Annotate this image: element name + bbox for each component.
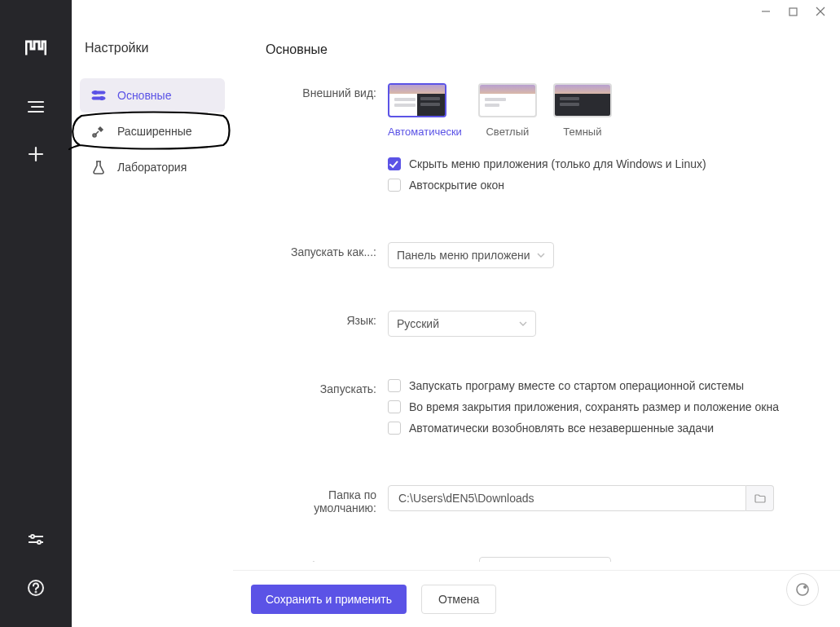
svg-point-12 [37, 541, 41, 544]
launch-as-label: Запускать как...: [266, 242, 388, 258]
content-area: Основные Внешний вид: Автоматически [233, 0, 840, 627]
startup-label: Запускать: [266, 379, 388, 395]
theme-auto[interactable]: Автоматически [388, 83, 462, 138]
target-icon [794, 581, 811, 598]
gearbox-label: коробка передач: [266, 557, 388, 562]
auto-resume-checkbox-row[interactable]: Автоматически возобновлять все незаверше… [388, 422, 820, 435]
run-on-boot-checkbox-row[interactable]: Запускать програму вместе со стартом опе… [388, 379, 820, 392]
save-window-checkbox-row[interactable]: Во время закрытия приложения, сохранять … [388, 400, 820, 413]
theme-auto-label: Автоматически [388, 126, 462, 138]
chevron-down-icon [519, 321, 527, 326]
language-value: Русский [397, 317, 439, 330]
launch-as-value: Панель меню приложени [397, 249, 530, 262]
svg-point-23 [797, 584, 808, 595]
page-title: Основные [266, 42, 820, 57]
checkbox-icon [388, 400, 401, 413]
app-logo [25, 39, 46, 60]
theme-light-thumb [478, 83, 537, 117]
checkbox-icon [388, 157, 401, 170]
maximize-button[interactable] [789, 6, 798, 19]
hide-menu-checkbox-row[interactable]: Скрыть меню приложения (только для Windo… [388, 157, 820, 170]
rail-help-button[interactable] [20, 572, 52, 604]
theme-dark-thumb [553, 83, 612, 117]
cancel-button[interactable]: Отмена [421, 585, 496, 614]
nav-item-label: Расширенные [117, 125, 192, 138]
settings-nav: Настройки Основные Расширенные [72, 0, 233, 627]
rail-menu-button[interactable] [20, 91, 52, 123]
theme-light[interactable]: Светлый [478, 83, 537, 138]
nav-item-lab[interactable]: Лаборатория [80, 150, 225, 184]
sliders-icon [91, 88, 106, 103]
checkbox-icon [388, 179, 401, 192]
rail-add-button[interactable] [20, 138, 52, 170]
nav-item-advanced[interactable]: Расширенные [80, 114, 225, 148]
svg-point-18 [94, 91, 97, 94]
launch-as-select[interactable]: Панель меню приложени [388, 242, 554, 268]
autohide-checkbox-row[interactable]: Автоскрытие окон [388, 179, 820, 192]
flask-icon [91, 160, 106, 174]
appearance-label: Внешний вид: [266, 83, 388, 99]
theme-light-label: Светлый [478, 126, 537, 138]
browse-folder-button[interactable] [746, 485, 774, 511]
checkbox-icon [388, 379, 401, 392]
language-select[interactable]: Русский [388, 311, 536, 337]
autohide-label: Автоскрытие окон [409, 179, 504, 192]
default-folder-input[interactable]: C:\Users\dEN5\Downloads [388, 485, 746, 511]
folder-icon [754, 493, 766, 503]
nav-item-general[interactable]: Основные [80, 78, 225, 113]
svg-rect-1 [789, 8, 797, 15]
window-controls [761, 0, 840, 24]
svg-point-24 [803, 585, 807, 589]
chevron-down-icon [537, 253, 545, 258]
minimize-button[interactable] [761, 6, 771, 19]
theme-dark-label: Темный [553, 126, 612, 138]
run-on-boot-label: Запускать програму вместе со стартом опе… [409, 379, 744, 392]
tools-icon [91, 124, 106, 139]
svg-point-16 [36, 592, 37, 593]
language-label: Язык: [266, 311, 388, 327]
footer: Сохранить и применить Отмена [233, 570, 840, 627]
close-button[interactable] [816, 6, 825, 19]
theme-dark[interactable]: Темный [553, 83, 612, 138]
nav-item-label: Лаборатория [117, 161, 187, 174]
checkbox-icon [388, 422, 401, 435]
default-folder-value: C:\Users\dEN5\Downloads [398, 492, 534, 505]
settings-title: Настройки [80, 41, 225, 78]
hide-menu-label: Скрыть меню приложения (только для Windo… [409, 157, 706, 170]
save-button[interactable]: Сохранить и применить [251, 585, 407, 614]
svg-point-9 [31, 535, 34, 538]
floating-action-button[interactable] [786, 573, 819, 606]
auto-resume-label: Автоматически возобновлять все незаверше… [409, 422, 714, 435]
upload-limit-select[interactable]: 256 KB/s [479, 557, 611, 562]
default-folder-label: Папка по умолчанию: [266, 485, 388, 514]
nav-item-label: Основные [117, 89, 171, 102]
app-rail [0, 0, 72, 627]
svg-point-20 [100, 96, 103, 99]
rail-settings-button[interactable] [20, 524, 52, 557]
save-window-label: Во время закрытия приложения, сохранять … [409, 400, 779, 413]
theme-auto-thumb [388, 83, 446, 117]
